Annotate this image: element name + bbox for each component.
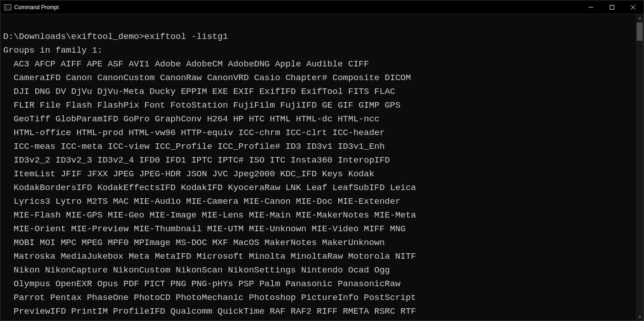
scroll-thumb[interactable] xyxy=(637,22,643,41)
command-prompt-window: C:\ Command Prompt D:\Downloads\exiftool… xyxy=(0,0,644,321)
titlebar[interactable]: C:\ Command Prompt xyxy=(0,0,644,14)
svg-text:C:\: C:\ xyxy=(6,5,11,10)
scroll-up-button[interactable] xyxy=(636,14,644,22)
cmd-icon: C:\ xyxy=(4,4,11,11)
close-button[interactable] xyxy=(622,0,644,14)
terminal-output[interactable]: D:\Downloads\exiftool_demo>exiftool -lis… xyxy=(0,14,636,321)
client-area: D:\Downloads\exiftool_demo>exiftool -lis… xyxy=(0,14,644,321)
svg-marker-4 xyxy=(638,316,641,318)
svg-marker-3 xyxy=(638,17,641,19)
svg-rect-2 xyxy=(610,5,614,9)
scroll-down-button[interactable] xyxy=(636,313,644,321)
maximize-button[interactable] xyxy=(601,0,622,14)
vertical-scrollbar[interactable] xyxy=(636,14,644,321)
window-controls xyxy=(580,0,644,14)
titlebar-left: C:\ Command Prompt xyxy=(0,4,59,11)
window-title: Command Prompt xyxy=(14,4,59,11)
minimize-button[interactable] xyxy=(580,0,601,14)
